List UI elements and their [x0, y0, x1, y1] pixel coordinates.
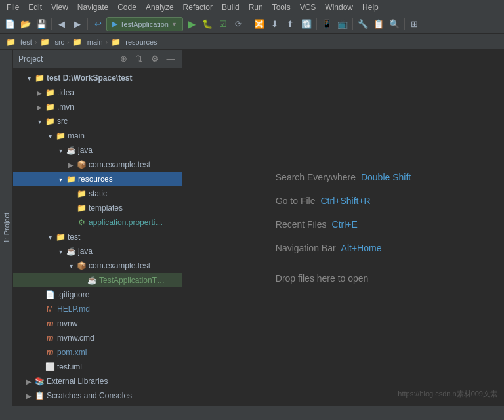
label-app-props: application.properti…	[89, 218, 182, 227]
breadcrumb-resources[interactable]: resources	[125, 38, 157, 46]
run-config-selector[interactable]: ▶ TestApplication ▼	[106, 17, 183, 32]
separator6	[404, 18, 405, 30]
menu-help[interactable]: Help	[358, 1, 383, 13]
coverage-btn[interactable]: ☑	[216, 17, 230, 32]
tree-item-package1[interactable]: ▶ 📦 com.example.test	[13, 158, 182, 172]
tree-item-static[interactable]: 📁 static	[13, 186, 182, 201]
menu-view[interactable]: View	[47, 1, 72, 13]
breadcrumb-main[interactable]: main	[87, 38, 103, 46]
watermark-text: https://blog.csdn.n素材009文素	[398, 389, 497, 399]
side-panel-label[interactable]: 1: Project	[0, 50, 13, 406]
hint-recent-label: Recent Files	[276, 219, 327, 230]
main-content[interactable]: Search Everywhere Double Shift Go to Fil…	[182, 50, 504, 406]
project-panel-label-text: 1: Project	[3, 213, 10, 243]
label-idea: .idea	[57, 88, 182, 97]
tree-item-helpmd[interactable]: M HELP.md	[13, 302, 182, 316]
breadcrumb-src[interactable]: src	[54, 38, 64, 46]
menu-code[interactable]: Code	[114, 1, 140, 13]
tree-item-idea[interactable]: ▶ 📁 .idea	[13, 85, 182, 100]
run-config-dropdown: ▼	[171, 21, 177, 28]
new-project-btn[interactable]: 📄	[3, 17, 17, 32]
main-area: 1: Project Project ⊕ ⇅ ⚙ — ▾ 📁 test D:\W…	[0, 50, 504, 406]
label-templates: templates	[89, 203, 182, 213]
tree-item-app-props[interactable]: ⚙ application.properti…	[13, 215, 182, 230]
back-btn[interactable]: ◀	[54, 17, 69, 32]
run-btn[interactable]: ▶	[184, 17, 199, 32]
debug-btn[interactable]: 🐛	[200, 17, 215, 32]
tree-item-gitignore[interactable]: 📄 .gitignore	[13, 287, 182, 302]
device-btn[interactable]: 📱	[320, 17, 334, 32]
tree-item-test-root[interactable]: ▾ 📁 test D:\WorkSpace\test	[13, 71, 182, 85]
menu-file[interactable]: File	[3, 1, 23, 13]
tree-item-src[interactable]: ▾ 📁 src	[13, 114, 182, 129]
settings2-btn[interactable]: 📋	[371, 17, 386, 32]
tree-item-mvnw[interactable]: m mvnw	[13, 316, 182, 331]
menu-analyze[interactable]: Analyze	[142, 1, 178, 13]
forward-btn[interactable]: ▶	[70, 17, 85, 32]
hint-goto-key: Ctrl+Shift+R	[320, 196, 370, 206]
arrow-main: ▾	[45, 133, 55, 140]
label-static: static	[89, 189, 182, 198]
tree-item-test-dir[interactable]: ▾ 📁 test	[13, 230, 182, 244]
device2-btn[interactable]: 📺	[335, 17, 350, 32]
menu-vcs[interactable]: VCS	[296, 1, 320, 13]
panel-settings-btn[interactable]: ⚙	[149, 53, 161, 65]
panel-close-btn[interactable]: —	[165, 53, 177, 65]
menu-tools[interactable]: Tools	[268, 1, 295, 13]
package-icon1: 📦	[76, 160, 87, 169]
breadcrumb-test[interactable]: test	[20, 38, 32, 46]
tree-item-extlibs[interactable]: ▶ 📚 External Libraries	[13, 374, 182, 388]
menu-build[interactable]: Build	[218, 1, 243, 13]
menu-window[interactable]: Window	[321, 1, 357, 13]
tree-item-scratches[interactable]: ▶ 📋 Scratches and Consoles	[13, 388, 182, 403]
file-icon-gitignore: 📄	[45, 290, 55, 299]
menu-refactor[interactable]: Refactor	[179, 1, 217, 13]
tree-item-java[interactable]: ▾ ☕ java	[13, 143, 182, 158]
layout-btn[interactable]: ⊞	[408, 17, 422, 32]
menu-navigate[interactable]: Navigate	[74, 1, 112, 13]
save-btn[interactable]: 💾	[34, 17, 49, 32]
settings-btn[interactable]: 🔧	[356, 17, 370, 32]
tree-item-templates[interactable]: 📁 templates	[13, 201, 182, 215]
hint-recent-key: Ctrl+E	[332, 219, 358, 230]
undo-btn[interactable]: ↩	[91, 17, 105, 32]
vcs3-btn[interactable]: ⬆	[284, 17, 298, 32]
profile-btn[interactable]: ⟳	[232, 17, 246, 32]
label-src: src	[57, 117, 182, 126]
hint-goto: Go to File Ctrl+Shift+R	[276, 196, 411, 206]
tree-item-resources[interactable]: ▾ 📁 resources	[13, 172, 182, 186]
tree-item-pomxml[interactable]: m pom.xml	[13, 345, 182, 360]
menu-run[interactable]: Run	[245, 1, 267, 13]
separator4	[316, 18, 317, 30]
vcs2-btn[interactable]: ⬇	[268, 17, 282, 32]
hint-goto-label: Go to File	[276, 196, 316, 206]
arrow-mvn: ▶	[34, 104, 45, 111]
breadcrumb-main-icon: 📁	[72, 37, 83, 47]
hint-drop: Drop files here to open	[276, 273, 411, 284]
search-btn[interactable]: 🔍	[387, 17, 402, 32]
vcs4-btn[interactable]: 🔃	[299, 17, 314, 32]
label-java-test: java	[78, 247, 182, 256]
iml-icon-testiml: ⬜	[45, 362, 55, 371]
tree-item-main[interactable]: ▾ 📁 main	[13, 129, 182, 143]
vcs-btn[interactable]: 🔀	[252, 17, 266, 32]
menu-edit[interactable]: Edit	[24, 1, 46, 13]
panel-scroll-btn[interactable]: ⇅	[133, 53, 145, 65]
project-tree: ▾ 📁 test D:\WorkSpace\test ▶ 📁 .idea ▶ 📁…	[13, 68, 182, 406]
scratches-icon: 📋	[34, 391, 45, 400]
open-btn[interactable]: 📂	[18, 17, 33, 32]
label-gitignore: .gitignore	[57, 290, 182, 299]
separator2	[87, 18, 88, 30]
panel-title: Project	[18, 54, 114, 64]
tree-item-mvn[interactable]: ▶ 📁 .mvn	[13, 100, 182, 114]
label-java: java	[78, 146, 182, 155]
folder-icon-main: 📁	[55, 131, 66, 140]
tree-item-package2[interactable]: ▾ 📦 com.example.test	[13, 259, 182, 273]
panel-add-btn[interactable]: ⊕	[117, 53, 129, 65]
tree-item-testapp[interactable]: ☕ TestApplicationT…	[13, 273, 182, 287]
tree-item-mvnwcmd[interactable]: m mvnw.cmd	[13, 331, 182, 345]
panel-header: Project ⊕ ⇅ ⚙ —	[13, 50, 182, 68]
tree-item-testiml[interactable]: ⬜ test.iml	[13, 360, 182, 374]
hint-search-key: Double Shift	[361, 172, 411, 182]
tree-item-java-test[interactable]: ▾ ☕ java	[13, 244, 182, 259]
